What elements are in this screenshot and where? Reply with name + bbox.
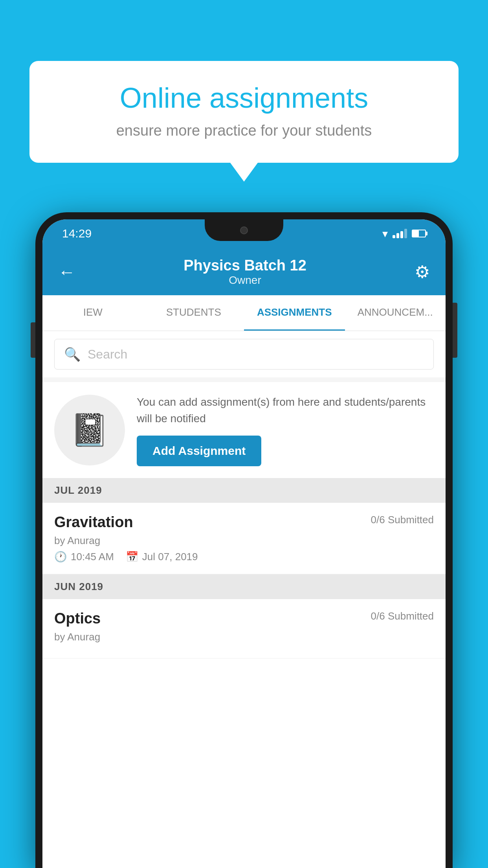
assignment-author-optics: by Anurag <box>54 631 434 643</box>
battery-icon <box>412 230 426 237</box>
signal-bars-icon <box>393 229 407 238</box>
tabs-bar: IEW STUDENTS ASSIGNMENTS ANNOUNCEM... <box>42 295 446 331</box>
assignment-name-gravitation: Gravitation <box>54 514 133 531</box>
back-button[interactable]: ← <box>58 262 75 282</box>
speech-bubble-subtitle: ensure more practice for your students <box>53 122 435 139</box>
search-icon: 🔍 <box>64 346 81 362</box>
assignment-date: 📅 Jul 07, 2019 <box>126 551 198 563</box>
tab-announcements[interactable]: ANNOUNCEM... <box>345 295 446 331</box>
tab-iew[interactable]: IEW <box>42 295 143 331</box>
phone-screen: 14:29 ▾ ← Physics Batch <box>42 219 446 868</box>
assignment-time-row: 🕐 10:45 AM 📅 Jul 07, 2019 <box>54 551 434 563</box>
assignment-name-optics: Optics <box>54 610 101 627</box>
status-bar: 14:29 ▾ <box>42 219 446 248</box>
clock-icon: 🕐 <box>54 551 67 563</box>
notch <box>205 219 283 241</box>
header-center: Physics Batch 12 Owner <box>183 257 306 287</box>
wifi-icon: ▾ <box>382 227 388 240</box>
phone-device: 14:29 ▾ ← Physics Batch <box>35 212 453 868</box>
promo-icon-circle: 📓 <box>54 395 125 465</box>
status-icons: ▾ <box>382 227 426 240</box>
assignment-time: 🕐 10:45 AM <box>54 551 114 563</box>
camera-dot <box>240 226 248 234</box>
add-assignment-button[interactable]: Add Assignment <box>137 436 261 466</box>
date-value: Jul 07, 2019 <box>142 551 198 563</box>
speech-bubble-title: Online assignments <box>53 83 435 114</box>
assignment-item-gravitation[interactable]: Gravitation 0/6 Submitted by Anurag 🕐 10… <box>42 503 446 574</box>
section-header-jul: JUL 2019 <box>42 478 446 503</box>
search-bar[interactable]: 🔍 Search <box>54 339 434 370</box>
assignment-row1: Gravitation 0/6 Submitted <box>54 514 434 531</box>
owner-label: Owner <box>183 274 306 287</box>
speech-bubble-container: Online assignments ensure more practice … <box>29 61 459 163</box>
promo-description: You can add assignment(s) from here and … <box>137 394 434 427</box>
batch-title: Physics Batch 12 <box>183 257 306 274</box>
tab-students[interactable]: STUDENTS <box>143 295 244 331</box>
promo-content: You can add assignment(s) from here and … <box>137 394 434 466</box>
notebook-icon: 📓 <box>70 412 109 449</box>
promo-section: 📓 You can add assignment(s) from here an… <box>42 382 446 478</box>
app-header: ← Physics Batch 12 Owner ⚙ <box>42 248 446 295</box>
status-time: 14:29 <box>62 227 92 240</box>
assignment-author-gravitation: by Anurag <box>54 535 434 547</box>
tab-assignments[interactable]: ASSIGNMENTS <box>244 295 345 331</box>
section-header-jun: JUN 2019 <box>42 574 446 599</box>
content-area: 🔍 Search 📓 You can add assignment(s) fro… <box>42 331 446 658</box>
speech-bubble: Online assignments ensure more practice … <box>29 61 459 163</box>
submitted-count-gravitation: 0/6 Submitted <box>371 514 434 526</box>
time-value: 10:45 AM <box>71 551 114 563</box>
assignment-row1-optics: Optics 0/6 Submitted <box>54 610 434 627</box>
calendar-icon: 📅 <box>126 551 138 563</box>
search-placeholder: Search <box>88 347 127 362</box>
assignment-item-optics[interactable]: Optics 0/6 Submitted by Anurag <box>42 599 446 658</box>
search-container: 🔍 Search <box>42 331 446 377</box>
settings-button[interactable]: ⚙ <box>415 262 430 282</box>
submitted-count-optics: 0/6 Submitted <box>371 610 434 622</box>
phone-outer: 14:29 ▾ ← Physics Batch <box>35 212 453 868</box>
